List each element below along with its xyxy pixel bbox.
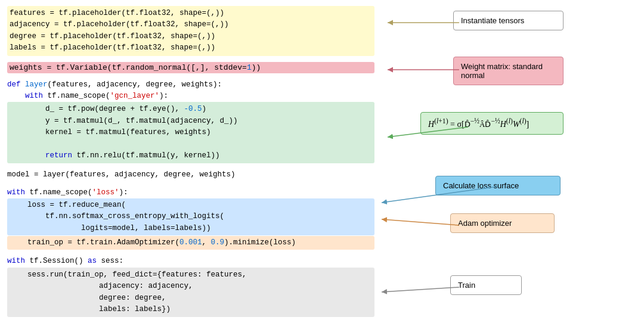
annotation-instantiate: Instantiate tensors bbox=[453, 11, 564, 30]
annotation-loss: Calculate loss surface bbox=[435, 176, 561, 195]
annotation-panel: Instantiate tensors Weight matrix: stand… bbox=[382, 0, 644, 320]
code-block-tensors: features = tf.placeholder(tf.float32, sh… bbox=[7, 6, 374, 56]
code-block-model: model = layer(features, adjacency, degre… bbox=[7, 169, 374, 181]
code-block-layer: def layer(features, adjacency, degree, w… bbox=[7, 79, 374, 164]
annotation-weight: Weight matrix: standard normal bbox=[453, 57, 564, 85]
annotation-adam: Adam optimizer bbox=[450, 213, 555, 233]
annotation-train: Train bbox=[450, 275, 522, 295]
code-block-session: with tf.Session() as sess: sess.run(trai… bbox=[7, 256, 374, 317]
code-block-loss: with tf.name_scope('loss'): loss = tf.re… bbox=[7, 187, 374, 250]
code-block-weights: weights = tf.Variable(tf.random_normal([… bbox=[7, 62, 374, 73]
main-container: features = tf.placeholder(tf.float32, sh… bbox=[0, 0, 644, 320]
code-panel: features = tf.placeholder(tf.float32, sh… bbox=[0, 0, 382, 320]
annotation-formula: H(l+1) = σ[D̂−½ÂD̂−½H(l)W(l)] bbox=[420, 112, 564, 135]
